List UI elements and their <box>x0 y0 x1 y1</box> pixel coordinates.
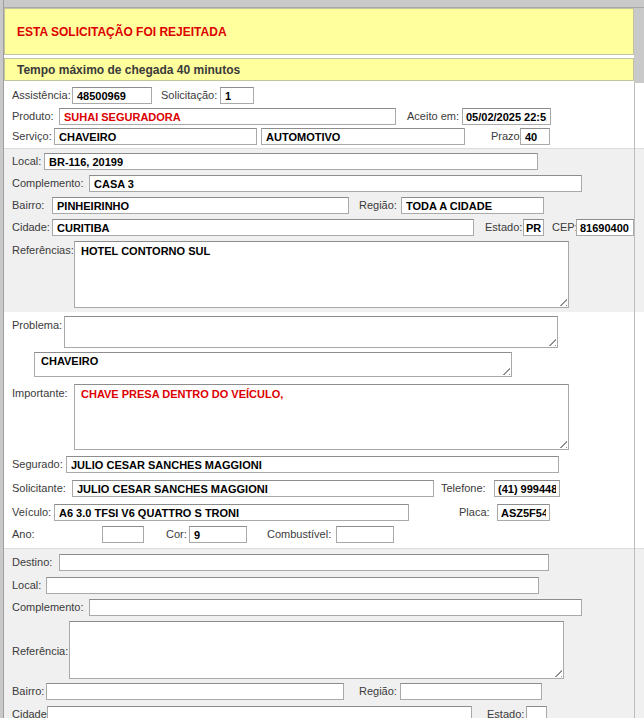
produto-label: Produto: <box>12 110 54 122</box>
prazo-field[interactable] <box>520 128 550 145</box>
solicitacao-field[interactable] <box>220 87 254 104</box>
ano-field[interactable] <box>102 526 144 543</box>
window-left-edge <box>0 0 4 718</box>
content-right-border <box>634 83 635 718</box>
referencias-textarea-wrap: HOTEL CONTORNO SUL <box>74 241 569 308</box>
local-field[interactable] <box>44 153 538 170</box>
segurado-field[interactable] <box>66 456 559 473</box>
destino-field[interactable] <box>59 554 549 571</box>
complemento-field[interactable] <box>89 175 582 192</box>
section-request-info: Assistência: Solicitação: Produto: Aceit… <box>4 83 644 148</box>
telefone-field[interactable] <box>494 480 560 497</box>
prazo-label: Prazo: <box>491 130 523 142</box>
max-arrival-time-text: Tempo máximo de chegada 40 minutos <box>17 63 240 77</box>
dest-local-field[interactable] <box>46 577 539 594</box>
service-description-textarea[interactable]: CHAVEIRO <box>34 352 512 377</box>
solicitante-label: Solicitante: <box>12 482 66 494</box>
window-right-edge <box>634 0 644 83</box>
section-problem-vehicle: Problema: CHAVEIRO Importante: CHAVE PRE… <box>4 312 644 548</box>
local-label: Local: <box>12 155 41 167</box>
dest-referencia-textarea-wrap <box>69 621 564 679</box>
request-form-page: ESTA SOLICITAÇÃO FOI REJEITADA Tempo máx… <box>0 0 644 718</box>
estado-label: Estado: <box>485 221 522 233</box>
dest-local-label: Local: <box>12 579 41 591</box>
dest-bairro-field[interactable] <box>46 683 344 700</box>
bairro-field[interactable] <box>52 197 349 214</box>
dest-complemento-field[interactable] <box>89 599 582 616</box>
placa-field[interactable] <box>497 504 550 521</box>
dest-estado-field[interactable] <box>526 706 547 718</box>
solicitante-field[interactable] <box>72 480 434 497</box>
servico-tipo-field[interactable] <box>261 128 465 145</box>
combustivel-field[interactable] <box>336 526 394 543</box>
produto-field[interactable] <box>59 108 396 125</box>
cor-label: Cor: <box>166 528 187 540</box>
aceito-em-label: Aceito em: <box>407 110 459 122</box>
estado-field[interactable] <box>523 219 544 236</box>
dest-bairro-label: Bairro: <box>12 685 44 697</box>
problema-textarea[interactable] <box>64 316 558 348</box>
dest-cidade-label: Cidade: <box>12 708 50 718</box>
dest-regiao-label: Região: <box>359 685 397 697</box>
cidade-field[interactable] <box>52 219 474 236</box>
dest-referencia-textarea[interactable] <box>69 621 564 679</box>
veiculo-field[interactable] <box>54 504 409 521</box>
cep-label: CEP: <box>552 221 578 233</box>
referencias-label: Referências: <box>12 244 74 256</box>
telefone-label: Telefone: <box>441 482 486 494</box>
segurado-label: Segurado: <box>12 458 63 470</box>
combustivel-label: Combustível: <box>267 528 331 540</box>
veiculo-label: Veículo: <box>12 506 51 518</box>
assistencia-label: Assistência: <box>12 89 71 101</box>
window-top-edge <box>0 0 644 8</box>
dest-regiao-field[interactable] <box>400 683 542 700</box>
rejected-banner-text: ESTA SOLICITAÇÃO FOI REJEITADA <box>17 25 227 39</box>
dest-estado-label: Estado: <box>487 708 524 718</box>
problema-textarea-wrap <box>64 316 558 348</box>
service-description-textarea-wrap: CHAVEIRO <box>34 352 512 377</box>
cor-field[interactable] <box>189 526 247 543</box>
importante-textarea-wrap: CHAVE PRESA DENTRO DO VEÍCULO, <box>74 384 569 450</box>
problema-label: Problema: <box>12 319 62 331</box>
solicitacao-label: Solicitação: <box>161 89 217 101</box>
complemento-label: Complemento: <box>12 177 84 189</box>
section-destination-address: Destino: Local: Complemento: Referência:… <box>4 548 644 718</box>
dest-referencia-label: Referência: <box>12 645 68 657</box>
importante-textarea[interactable]: CHAVE PRESA DENTRO DO VEÍCULO, <box>74 384 569 450</box>
max-arrival-time-banner: Tempo máximo de chegada 40 minutos <box>4 58 634 81</box>
dest-complemento-label: Complemento: <box>12 601 84 613</box>
cep-field[interactable] <box>576 219 634 236</box>
importante-label: Importante: <box>12 387 68 399</box>
rejected-banner: ESTA SOLICITAÇÃO FOI REJEITADA <box>4 8 634 55</box>
destino-label: Destino: <box>12 556 52 568</box>
regiao-label: Região: <box>359 199 397 211</box>
servico-label: Serviço: <box>12 130 52 142</box>
servico-field[interactable] <box>54 128 257 145</box>
aceito-em-field[interactable] <box>462 108 551 125</box>
regiao-field[interactable] <box>401 197 544 214</box>
assistencia-field[interactable] <box>72 87 152 104</box>
bairro-label: Bairro: <box>12 199 44 211</box>
dest-cidade-field[interactable] <box>47 706 472 718</box>
header-area: ESTA SOLICITAÇÃO FOI REJEITADA Tempo máx… <box>4 8 634 83</box>
section-origin-address: Local: Complemento: Bairro: Região: Cida… <box>4 148 644 312</box>
placa-label: Placa: <box>459 506 490 518</box>
cidade-label: Cidade: <box>12 221 50 233</box>
referencias-textarea[interactable]: HOTEL CONTORNO SUL <box>74 241 569 308</box>
ano-label: Ano: <box>12 528 35 540</box>
